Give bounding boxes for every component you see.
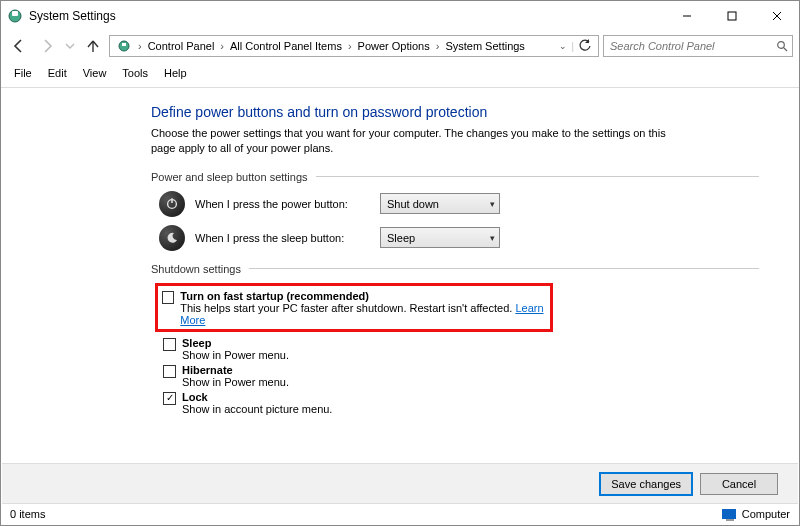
page-title: Define power buttons and turn on passwor… xyxy=(151,104,759,120)
breadcrumb-item[interactable]: System Settings xyxy=(441,40,528,52)
minimize-button[interactable] xyxy=(664,1,709,31)
hibernate-sub: Show in Power menu. xyxy=(182,376,289,388)
breadcrumb-item[interactable]: Power Options xyxy=(354,40,434,52)
hibernate-title: Hibernate xyxy=(182,364,289,376)
window-title: System Settings xyxy=(29,9,116,23)
content: Define power buttons and turn on passwor… xyxy=(1,88,799,415)
hibernate-checkbox[interactable] xyxy=(163,365,176,378)
menu-bar: File Edit View Tools Help xyxy=(1,61,799,88)
save-changes-button[interactable]: Save changes xyxy=(600,473,692,495)
chevron-down-icon: ▾ xyxy=(490,199,495,209)
status-bar: 0 items Computer xyxy=(2,503,798,524)
section-power-sleep-header: Power and sleep button settings xyxy=(151,171,759,183)
sleep-button-label: When I press the sleep button: xyxy=(195,232,370,244)
breadcrumb-home-icon[interactable] xyxy=(112,39,136,53)
menu-tools[interactable]: Tools xyxy=(115,65,155,81)
search-input[interactable] xyxy=(608,39,788,53)
computer-icon xyxy=(722,509,736,519)
fast-startup-highlight: Turn on fast startup (recommended) This … xyxy=(155,283,553,332)
chevron-right-icon: › xyxy=(218,40,226,52)
close-button[interactable] xyxy=(754,1,799,31)
sleep-title: Sleep xyxy=(182,337,289,349)
chevron-right-icon: › xyxy=(136,40,144,52)
svg-rect-7 xyxy=(122,43,126,46)
breadcrumb-dropdown-icon[interactable]: ⌄ xyxy=(559,41,567,51)
menu-view[interactable]: View xyxy=(76,65,114,81)
sleep-sub: Show in Power menu. xyxy=(182,349,289,361)
section-label: Shutdown settings xyxy=(151,263,241,275)
power-button-row: When I press the power button: Shut down… xyxy=(159,191,759,217)
sleep-button-row: When I press the sleep button: Sleep ▾ xyxy=(159,225,759,251)
status-right: Computer xyxy=(742,508,790,520)
fast-startup-sub: This helps start your PC faster after sh… xyxy=(180,302,546,326)
back-button[interactable] xyxy=(7,34,31,58)
power-button-select[interactable]: Shut down ▾ xyxy=(380,193,500,214)
cancel-button[interactable]: Cancel xyxy=(700,473,778,495)
refresh-icon[interactable] xyxy=(578,39,592,53)
forward-button[interactable] xyxy=(35,34,59,58)
fast-startup-title: Turn on fast startup (recommended) xyxy=(180,290,546,302)
lock-title: Lock xyxy=(182,391,332,403)
app-icon xyxy=(7,8,23,24)
lock-sub: Show in account picture menu. xyxy=(182,403,332,415)
chevron-right-icon: › xyxy=(346,40,354,52)
sleep-checkbox[interactable] xyxy=(163,338,176,351)
up-button[interactable] xyxy=(81,34,105,58)
section-label: Power and sleep button settings xyxy=(151,171,308,183)
svg-line-9 xyxy=(784,48,787,51)
select-value: Sleep xyxy=(387,232,415,244)
select-value: Shut down xyxy=(387,198,439,210)
power-icon xyxy=(159,191,185,217)
chevron-down-icon: ▾ xyxy=(490,233,495,243)
breadcrumb-item[interactable]: All Control Panel Items xyxy=(226,40,346,52)
lock-checkbox[interactable] xyxy=(163,392,176,405)
sleep-icon xyxy=(159,225,185,251)
breadcrumb[interactable]: › Control Panel › All Control Panel Item… xyxy=(109,35,599,57)
nav-row: › Control Panel › All Control Panel Item… xyxy=(1,31,799,61)
chevron-right-icon: › xyxy=(434,40,442,52)
svg-rect-3 xyxy=(728,12,736,20)
maximize-button[interactable] xyxy=(709,1,754,31)
search-icon xyxy=(776,40,788,52)
status-left: 0 items xyxy=(10,508,45,520)
fast-startup-checkbox[interactable] xyxy=(162,291,174,304)
power-button-label: When I press the power button: xyxy=(195,198,370,210)
sleep-button-select[interactable]: Sleep ▾ xyxy=(380,227,500,248)
menu-edit[interactable]: Edit xyxy=(41,65,74,81)
menu-file[interactable]: File xyxy=(7,65,39,81)
breadcrumb-item[interactable]: Control Panel xyxy=(144,40,219,52)
svg-point-8 xyxy=(778,42,785,49)
bottom-button-bar: Save changes Cancel xyxy=(2,463,798,503)
shutdown-settings-list: Sleep Show in Power menu. Hibernate Show… xyxy=(157,336,759,415)
page-description: Choose the power settings that you want … xyxy=(151,126,671,157)
recent-locations-button[interactable] xyxy=(63,34,77,58)
menu-help[interactable]: Help xyxy=(157,65,194,81)
search-box[interactable] xyxy=(603,35,793,57)
title-bar: System Settings xyxy=(1,1,799,31)
svg-rect-1 xyxy=(12,11,18,16)
section-shutdown-header: Shutdown settings xyxy=(151,263,759,275)
